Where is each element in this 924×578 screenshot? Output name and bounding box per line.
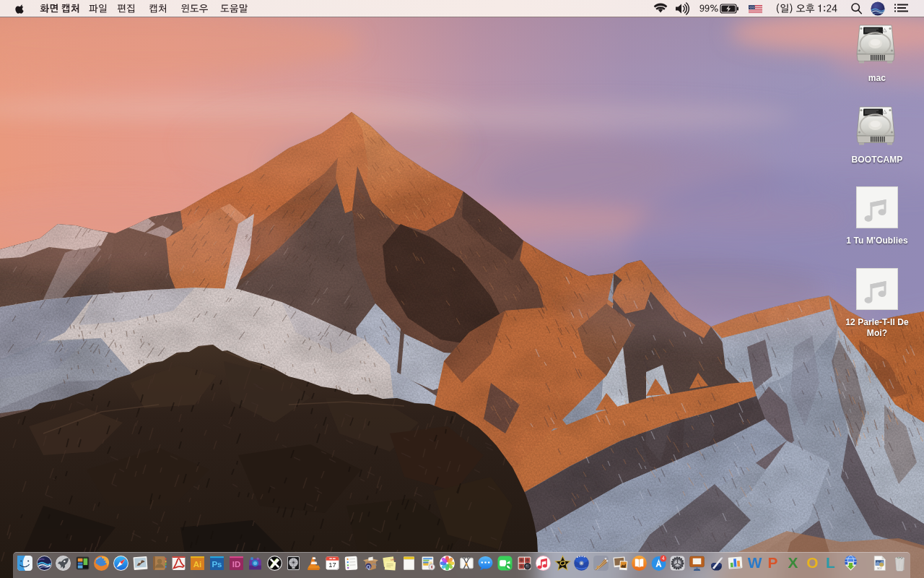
svg-text:MOV: MOV [877,567,882,570]
svg-text:Q: Q [366,564,370,570]
svg-text:Mem: Mem [391,558,396,561]
svg-text:Ai: Ai [193,560,202,569]
svg-text:ID: ID [232,560,240,569]
svg-text:O: O [806,556,818,571]
svg-text:4: 4 [662,556,665,561]
svg-text:Ps: Ps [212,560,222,569]
svg-text:L: L [826,556,835,571]
svg-text:W: W [747,556,762,571]
svg-text:X: X [788,556,798,571]
svg-text:P: P [768,556,778,571]
svg-text:17: 17 [328,561,336,569]
